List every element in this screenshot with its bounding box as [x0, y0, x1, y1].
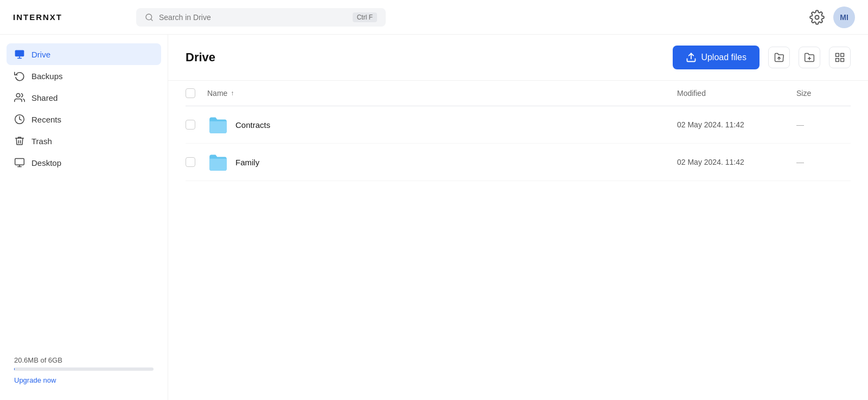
svg-rect-15 — [836, 59, 839, 62]
upgrade-link[interactable]: Upgrade now — [14, 376, 56, 384]
grid-icon — [834, 52, 845, 63]
file-modified: 02 May 2024. 11:42 — [677, 158, 796, 166]
file-table: Name ↑ Modified Size — [168, 81, 868, 400]
folder-icon — [207, 114, 229, 136]
folder-upload-icon — [774, 52, 784, 63]
desktop-icon — [14, 157, 25, 168]
search-icon — [145, 13, 154, 22]
sidebar-item-trash[interactable]: Trash — [7, 130, 161, 152]
gear-icon[interactable] — [809, 10, 825, 25]
svg-rect-3 — [15, 50, 24, 57]
storage-info: 20.6MB of 6GB Upgrade now — [7, 350, 161, 391]
svg-point-4 — [16, 94, 20, 98]
avatar[interactable]: MI — [833, 7, 855, 28]
sidebar: Drive Backups Shared — [0, 35, 168, 400]
file-name: Contracts — [235, 120, 677, 130]
trash-icon — [14, 136, 25, 146]
content-header: Drive Upload files — [168, 35, 868, 81]
header-name-col[interactable]: Name ↑ — [207, 89, 677, 98]
recents-icon — [14, 114, 25, 125]
svg-point-2 — [815, 15, 819, 19]
shared-icon — [14, 92, 25, 103]
upload-files-button[interactable]: Upload files — [673, 46, 760, 69]
new-folder-button[interactable] — [799, 47, 820, 68]
header-checkbox-col — [186, 88, 207, 98]
topbar-right: MI — [809, 7, 855, 28]
table-row[interactable]: Family 02 May 2024. 11:42 — — [186, 144, 851, 181]
search-shortcut: Ctrl F — [353, 12, 377, 22]
row-checkbox-col — [186, 120, 207, 130]
content-area: Drive Upload files — [168, 35, 868, 400]
header-size-col: Size — [796, 89, 851, 98]
file-name: Family — [235, 158, 677, 167]
storage-text: 20.6MB of 6GB — [14, 356, 154, 364]
svg-line-1 — [151, 19, 152, 21]
sidebar-item-shared[interactable]: Shared — [7, 87, 161, 108]
topbar: INTERNXT Ctrl F MI — [0, 0, 868, 35]
svg-rect-12 — [836, 54, 839, 57]
folder-svg — [208, 115, 228, 134]
sidebar-item-recents[interactable]: Recents — [7, 108, 161, 130]
storage-bar-fill — [14, 367, 15, 371]
sidebar-item-backups[interactable]: Backups — [7, 65, 161, 87]
sidebar-item-drive[interactable]: Drive — [7, 43, 161, 65]
table-header: Name ↑ Modified Size — [186, 81, 851, 106]
search-input[interactable] — [159, 13, 347, 22]
file-modified: 02 May 2024. 11:42 — [677, 120, 796, 129]
header-modified-col: Modified — [677, 89, 796, 98]
logo: INTERNXT — [13, 12, 62, 22]
grid-view-button[interactable] — [829, 47, 851, 68]
upload-folder-button[interactable] — [768, 47, 790, 68]
upload-icon — [686, 52, 697, 63]
backups-icon — [14, 70, 25, 81]
sidebar-item-desktop[interactable]: Desktop — [7, 152, 161, 173]
file-size: — — [796, 120, 851, 129]
storage-bar — [14, 367, 154, 371]
page-title: Drive — [186, 50, 664, 64]
svg-rect-13 — [841, 54, 844, 57]
svg-rect-14 — [841, 59, 844, 62]
main-layout: Drive Backups Shared — [0, 35, 868, 400]
folder-plus-icon — [804, 52, 815, 63]
folder-icon — [207, 151, 229, 173]
table-row[interactable]: Contracts 02 May 2024. 11:42 — — [186, 106, 851, 144]
file-size: — — [796, 158, 851, 166]
row-checkbox-col — [186, 157, 207, 167]
drive-icon — [14, 49, 25, 60]
select-all-checkbox[interactable] — [186, 88, 195, 98]
row-checkbox[interactable] — [186, 157, 195, 167]
search-bar[interactable]: Ctrl F — [136, 8, 386, 27]
svg-rect-6 — [15, 159, 24, 165]
row-checkbox[interactable] — [186, 120, 195, 130]
folder-svg — [208, 153, 228, 171]
